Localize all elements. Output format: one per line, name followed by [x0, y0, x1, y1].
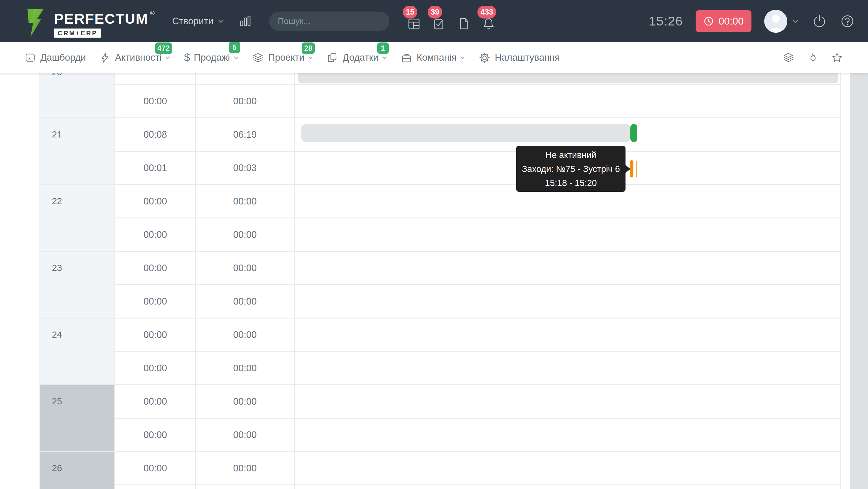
addons-badge: 1 [377, 42, 389, 54]
help-icon[interactable] [840, 14, 855, 29]
logo[interactable]: PERFECTUM ® CRM+ERP [23, 4, 154, 38]
logo-name: PERFECTUM [54, 11, 148, 26]
day-cell: 21 [40, 118, 115, 184]
tasks-icon[interactable]: 39 [432, 17, 446, 31]
menu-item-sales[interactable]: $ Продажі 5 [184, 51, 239, 64]
hours-cell: 00:00 [196, 73, 294, 84]
chevron-down-icon [218, 18, 224, 25]
menu-item-settings[interactable]: Налаштування [479, 52, 560, 63]
day-cell: 24 [40, 319, 115, 384]
menu-item-addons[interactable]: Додатки 1 [327, 52, 388, 63]
orange-bar[interactable] [630, 160, 633, 177]
green-bar[interactable] [630, 124, 637, 142]
timeline-cell[interactable] [295, 452, 840, 484]
timer-button[interactable]: 00:00 [695, 10, 751, 32]
day-group: 2600:0000:00 [40, 452, 840, 489]
menu-label: Проекти [268, 52, 304, 63]
time-tracking-table: 2000:0000:0000:0000:002100:0806:1900:010… [39, 73, 841, 489]
logout-power-icon[interactable] [812, 14, 827, 29]
timeline-cell[interactable] [295, 73, 840, 84]
menu-item-projects[interactable]: Проекти 28 [252, 52, 313, 63]
document-icon[interactable] [457, 17, 471, 31]
menu-item-company[interactable]: Компанія [401, 52, 466, 63]
topbar: PERFECTUM ® CRM+ERP Створити 15 [0, 0, 868, 42]
logo-registered-mark: ® [150, 10, 154, 17]
hours-cell: 00:00 [115, 219, 195, 251]
hours-cell: 06:19 [196, 118, 294, 151]
hours-cell: 00:00 [196, 319, 294, 351]
timeline-cell[interactable] [295, 319, 840, 351]
menu-label: Додатки [343, 52, 378, 63]
create-button[interactable]: Створити [172, 16, 224, 27]
menu-right-icons [783, 52, 842, 63]
menu-item-dashboards[interactable]: Дашборди [25, 52, 86, 63]
hours-cell: 00:00 [196, 252, 294, 284]
activities-badge: 472 [155, 42, 172, 54]
menu-label: Налаштування [495, 52, 560, 63]
day-group: 2000:0000:0000:0000:00 [40, 73, 840, 118]
perfectum-logo-icon [23, 8, 49, 38]
hours-cell: 00:00 [196, 185, 294, 218]
tasks-badge: 39 [428, 6, 442, 19]
hours-cell: 00:00 [115, 252, 195, 284]
chevron-down-icon [460, 55, 466, 61]
flame-icon[interactable] [807, 52, 818, 63]
profile-chevron-icon[interactable] [792, 18, 799, 25]
notifications-badge: 433 [477, 6, 496, 19]
day-group: 2200:0000:0000:0000:00 [40, 185, 840, 251]
timeline-cell[interactable] [295, 252, 840, 284]
hours-cell [115, 485, 195, 489]
layers-icon[interactable] [783, 52, 794, 63]
tooltip-status: Не активний [516, 148, 625, 162]
timeline-cell[interactable] [295, 352, 840, 384]
hours-cell: 00:00 [196, 285, 294, 318]
gray-bar[interactable] [301, 124, 630, 142]
timeline-cell[interactable] [295, 85, 840, 118]
hours-cell: 00:08 [115, 118, 195, 151]
tooltip-event: Заходи: №75 - Зустріч 6 [516, 162, 625, 176]
search-box [269, 11, 390, 31]
day-group: 2500:0000:0000:0000:00 [40, 385, 840, 451]
menu-label: Дашборди [40, 52, 86, 63]
projects-badge: 28 [302, 42, 315, 54]
menu-label: Продажі [194, 52, 230, 63]
day-group: 2300:0000:0000:0000:00 [40, 252, 840, 318]
day-group: 2400:0000:0000:0000:00 [40, 319, 840, 384]
chevron-down-icon [165, 55, 171, 61]
logo-subtitle: CRM+ERP [54, 29, 101, 38]
timer-value: 00:00 [719, 15, 744, 27]
timeline-cell[interactable] [295, 485, 840, 489]
hours-cell: 00:00 [115, 419, 195, 451]
statistics-icon[interactable] [238, 14, 252, 28]
timeline-cell[interactable] [295, 285, 840, 318]
topbar-right: 15:26 00:00 [649, 10, 855, 33]
star-icon[interactable] [832, 52, 842, 63]
orange_light-bar[interactable] [636, 161, 637, 177]
modules-icon[interactable]: 15 [407, 17, 421, 31]
gray-bar[interactable] [298, 73, 838, 84]
dashboard-icon [25, 52, 36, 63]
search-input[interactable] [277, 16, 388, 26]
hours-cell: 00:00 [115, 285, 195, 318]
hours-cell: 00:00 [115, 185, 195, 218]
timeline-cell[interactable] [295, 419, 840, 451]
hours-cell: 00:00 [115, 385, 195, 418]
notifications-bell-icon[interactable]: 433 [482, 17, 496, 31]
sales-badge: 5 [229, 41, 240, 53]
menu-label: Компанія [417, 52, 457, 63]
day-cell: 26 [40, 452, 115, 489]
avatar[interactable] [764, 10, 787, 33]
briefcase-icon [401, 52, 412, 63]
timeline-cell[interactable] [295, 385, 840, 418]
menu-item-activities[interactable]: Активності 472 [99, 52, 171, 63]
hours-cell: 00:00 [115, 73, 195, 84]
chevron-down-icon [307, 55, 313, 61]
hours-cell: 00:00 [115, 319, 195, 351]
current-time: 15:26 [649, 14, 683, 29]
hours-cell: 00:00 [196, 352, 294, 384]
tooltip-time-range: 15:18 - 15:20 [516, 176, 625, 190]
menu-label: Активності [115, 52, 162, 63]
hours-cell: 00:00 [196, 419, 294, 451]
bolt-icon [99, 52, 111, 63]
timeline-cell[interactable] [295, 219, 840, 251]
